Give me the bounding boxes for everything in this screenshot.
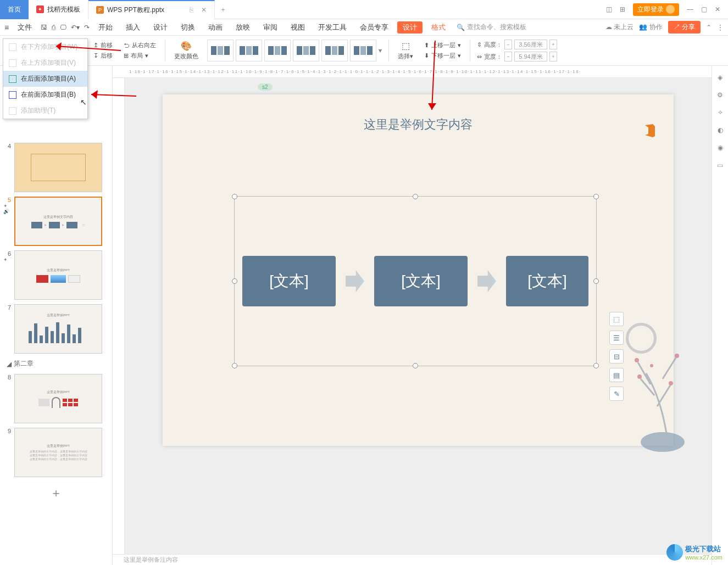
menu-add-before[interactable]: 在前面添加项目(B) [3, 87, 87, 103]
menu-member[interactable]: 会员专享 [355, 23, 393, 32]
save-icon[interactable]: 🖫 [41, 24, 47, 31]
slide-thumb-5[interactable]: 这里是举例文字内容▸▸○ [14, 197, 102, 246]
smartart-shape[interactable]: [文本] [文本] [文本] ⬚ ☰ ⊟ ▤ ✎ [234, 196, 597, 366]
menu-format[interactable]: 格式 [427, 23, 450, 32]
tab-close-icon[interactable]: ✕ [201, 6, 207, 14]
hamburger-icon[interactable]: ≡ [4, 23, 9, 32]
menu-animation[interactable]: 动画 [204, 23, 227, 32]
more-icon[interactable]: ⋮ [717, 24, 724, 31]
slide-canvas[interactable]: 这里是举例文字内容 [文本] [文本] [163, 94, 674, 446]
style-thumb[interactable] [236, 40, 262, 61]
maximize-icon[interactable]: ▢ [701, 5, 707, 13]
new-slide-button[interactable]: ＋ [0, 479, 112, 507]
sel-handle[interactable] [413, 363, 418, 368]
chevron-down-icon[interactable]: ⌃ [706, 24, 712, 31]
select-label: 选择 [398, 53, 410, 59]
menu-insert[interactable]: 插入 [121, 23, 145, 32]
select-button[interactable]: ⬚ 选择▾ [396, 41, 415, 60]
menu-design[interactable]: 设计 [149, 23, 172, 32]
style-thumb[interactable] [207, 40, 234, 61]
menu-review[interactable]: 审阅 [259, 23, 282, 32]
tab-document[interactable]: P WPS PPT教程.pptx ⎘ ✕ [88, 0, 215, 19]
smartart-gallery[interactable]: ▾ [207, 40, 382, 61]
minimize-icon[interactable]: — [687, 5, 693, 13]
cloud-status[interactable]: ☁ 未上云 [605, 23, 633, 32]
search-box[interactable]: 🔍 查找命令、搜索模板 [457, 23, 526, 32]
chevron-down-icon: ▾ [410, 53, 413, 59]
slide-thumb-8[interactable]: 这里是举例PPT [14, 374, 102, 423]
menu-add-before-label: 在前面添加项目(B) [21, 90, 76, 99]
menu-add-assistant-label: 添加助理(T) [21, 106, 55, 115]
redo-icon[interactable]: ↷ [84, 24, 90, 31]
rtl-button[interactable]: ⮌从右向左 [121, 41, 158, 49]
decrease-width[interactable]: − [504, 52, 512, 61]
slide-thumb-6[interactable]: 这里是举例PPT [14, 250, 102, 300]
menu-add-after[interactable]: 在后面添加项目(A) [3, 71, 87, 87]
panel-icon[interactable]: ⚙ [717, 91, 723, 99]
increase-width[interactable]: + [549, 52, 557, 61]
ruler-horizontal: 1·18·1·17·1·16·1·15·1·14·1·13·1·12·1·11·… [113, 66, 712, 78]
slide-thumb-4[interactable] [14, 143, 102, 192]
notes-bar[interactable]: 这里是举例备注内容 [113, 554, 712, 565]
slide-thumb-9[interactable]: 这里是举例PPT这里是举例的文字内容，这里是举例的文字内容这里是举例的文字内容，… [14, 428, 102, 477]
canvas-area: 1·18·1·17·1·16·1·15·1·14·1·13·1·12·1·11·… [113, 66, 712, 565]
smartart-node[interactable]: [文本] [374, 256, 468, 306]
thumb-row[interactable]: 4 [0, 141, 112, 194]
menu-add-assistant[interactable]: 添加助理(T) [3, 103, 87, 119]
ppt-icon: P [96, 6, 104, 14]
style-thumb[interactable] [321, 40, 348, 61]
panel-icon[interactable]: ▭ [717, 161, 723, 169]
slide-thumb-7[interactable]: 这里是举例PPT [14, 304, 102, 354]
gallery-more-icon[interactable]: ▾ [379, 47, 382, 54]
section-collapse-icon: ◢ [7, 360, 12, 368]
undo-icon[interactable]: ↶▾ [71, 24, 80, 31]
tab-template[interactable]: ✦ 找稻壳模板 [29, 0, 88, 19]
increase-height[interactable]: + [549, 40, 557, 49]
watermark-name: 极光下载站 [685, 544, 723, 554]
width-input[interactable] [514, 52, 547, 61]
menu-dev[interactable]: 开发工具 [314, 23, 351, 32]
panel-icon[interactable]: ◐ [718, 126, 723, 134]
recolor-button[interactable]: 🎨 更改颜色 [172, 41, 201, 60]
panel-icon[interactable]: ◈ [718, 74, 723, 81]
style-thumb[interactable] [293, 40, 319, 61]
close-icon[interactable]: ✕ [715, 5, 720, 13]
panel-icon[interactable]: ✧ [718, 109, 723, 116]
svg-rect-0 [29, 331, 32, 343]
menu-view[interactable]: 视图 [286, 23, 309, 32]
sel-handle[interactable] [232, 363, 237, 368]
canvas-scroll[interactable]: 🔊 s2 这里是举例文字内容 [文本] [113, 78, 712, 554]
watermark-url: www.x27.com [685, 554, 723, 561]
collab-button[interactable]: 👥 协作 [639, 23, 662, 32]
menu-start[interactable]: 开始 [94, 23, 117, 32]
sel-handle[interactable] [593, 194, 599, 199]
share-button[interactable]: ↗ 分享 [668, 21, 701, 33]
layout1-icon[interactable]: ◫ [606, 5, 612, 13]
section-header[interactable]: ◢第二章 [0, 356, 112, 372]
annotation-arrow [49, 40, 126, 61]
smartart-node[interactable]: [文本] [506, 256, 588, 306]
slide-title[interactable]: 这里是举例文字内容 [163, 116, 674, 133]
panel-icon[interactable]: ◉ [718, 144, 723, 152]
menu-slideshow[interactable]: 放映 [231, 23, 254, 32]
height-input[interactable] [514, 40, 547, 49]
menu-design-button[interactable]: 设计 [397, 21, 423, 33]
tab-add[interactable]: ＋ [215, 5, 231, 14]
preview-icon[interactable]: 🖵 [60, 24, 66, 31]
layout-button[interactable]: ⊞布局▾ [121, 52, 158, 60]
style-thumb[interactable] [350, 40, 376, 61]
avatar-icon [666, 5, 675, 14]
style-thumb[interactable] [264, 40, 291, 61]
smartart-node[interactable]: [文本] [242, 256, 336, 306]
tab-home[interactable]: 首页 [0, 0, 29, 19]
template-icon: ✦ [36, 5, 44, 13]
before-icon [9, 91, 16, 99]
menu-file[interactable]: 文件 [13, 23, 36, 32]
login-button[interactable]: 立即登录 [633, 3, 679, 16]
print-icon[interactable]: ⎙ [52, 24, 55, 31]
menu-transition[interactable]: 切换 [176, 23, 199, 32]
sel-handle[interactable] [413, 194, 418, 199]
sel-handle[interactable] [232, 194, 237, 199]
decrease-height[interactable]: − [504, 40, 512, 49]
apps-icon[interactable]: ⊞ [620, 5, 625, 13]
